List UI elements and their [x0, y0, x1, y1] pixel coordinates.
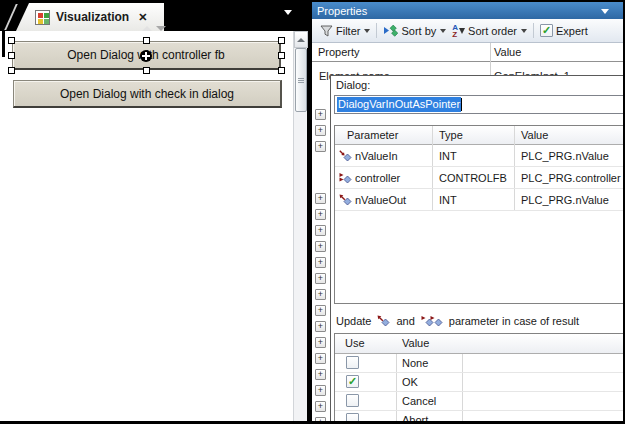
and-text: and	[396, 315, 414, 327]
sort-order-button[interactable]: AZ Sort order	[449, 22, 530, 40]
panel-menu-dropdown-icon[interactable]	[601, 9, 609, 14]
checkbox-icon[interactable]	[346, 413, 359, 421]
codesys-screenshot: Visualization ✕ Open Dialog with control…	[0, 0, 625, 424]
checkbox-icon[interactable]	[346, 394, 359, 407]
result-label: Abort	[402, 414, 428, 421]
param-out-icon	[377, 315, 390, 328]
properties-panel: Properties Filter Sort by	[312, 2, 623, 421]
close-icon[interactable]: ✕	[138, 11, 147, 24]
expander-plus-icon[interactable]: +	[315, 321, 326, 332]
expander-plus-icon[interactable]: +	[315, 337, 326, 348]
expert-checkbox[interactable]: ✓ Expert	[537, 22, 591, 39]
expander-plus-icon[interactable]: +	[315, 289, 326, 300]
expander-plus-icon[interactable]: +	[315, 353, 326, 364]
chevron-down-icon	[440, 29, 446, 33]
parameter-table: Parameter Type Value nValueIn INT PLC_PR…	[334, 125, 623, 304]
chevron-down-icon	[364, 29, 370, 33]
expander-plus-icon[interactable]: +	[315, 417, 326, 421]
param-name: nValueIn	[355, 150, 398, 162]
dialog-label: Dialog:	[336, 79, 370, 91]
param-type: INT	[439, 150, 457, 162]
open-dialog-check-button[interactable]: Open Dialog with check in dialog	[13, 80, 282, 108]
expander-plus-icon[interactable]: +	[315, 305, 326, 316]
result-row-cancel[interactable]: Cancel	[335, 392, 623, 411]
property-column-header[interactable]: Property	[318, 46, 360, 58]
selection-handle[interactable]	[8, 37, 15, 44]
input-configuration-dialog: Dialog: DialogVarInOutAsPointer Paramete…	[330, 75, 623, 421]
value-header: Value	[402, 337, 429, 349]
canvas-vertical-scrollbar[interactable]	[293, 31, 307, 421]
sort-by-button[interactable]: Sort by	[380, 23, 449, 39]
result-label: Cancel	[402, 395, 436, 407]
checkbox-icon[interactable]: ✓	[540, 24, 553, 37]
param-type: CONTROLFB	[439, 172, 507, 184]
value-column-header[interactable]: Value	[494, 46, 521, 58]
result-label: OK	[402, 376, 418, 388]
expander-plus-icon[interactable]: +	[315, 225, 326, 236]
result-row-abort[interactable]: Abort	[335, 411, 623, 421]
button-label: Open Dialog with check in dialog	[60, 87, 234, 101]
result-table: Use Value None ✓ OK Cancel Abort	[334, 333, 623, 421]
param-in-icon	[339, 150, 352, 163]
tab-label: Visualization	[56, 10, 129, 24]
expander-plus-icon[interactable]: +	[315, 193, 326, 204]
checkbox-icon[interactable]: ✓	[346, 375, 359, 388]
sort-by-icon	[383, 25, 398, 37]
result-row-none[interactable]: None	[335, 354, 623, 373]
expander-plus-icon[interactable]: +	[315, 125, 326, 136]
text-caret	[461, 98, 462, 111]
check-mark-icon: ✓	[542, 25, 551, 36]
properties-toolbar: Filter Sort by AZ Sort order	[312, 19, 623, 43]
selection-handle[interactable]	[278, 52, 285, 59]
param-out-icon	[339, 194, 352, 207]
checkbox-icon[interactable]	[346, 356, 359, 369]
filter-button[interactable]: Filter	[317, 23, 373, 39]
parameter-row[interactable]: nValueIn INT PLC_PRG.nValue	[335, 145, 623, 167]
param-name: controller	[355, 172, 400, 184]
selection-handle[interactable]	[278, 67, 285, 74]
property-grid-header: Property Value	[312, 43, 623, 62]
parameter-row[interactable]: nValueOut INT PLC_PRG.nValue	[335, 189, 623, 211]
expander-plus-icon[interactable]: +	[315, 257, 326, 268]
param-type: INT	[439, 194, 457, 206]
expander-plus-icon[interactable]: +	[315, 209, 326, 220]
param-inout-double-icon	[421, 315, 443, 328]
expander-plus-icon[interactable]: +	[315, 141, 326, 152]
parameter-row[interactable]: controller CONTROLFB PLC_PRG.controller	[335, 167, 623, 189]
dialog-name-input[interactable]: DialogVarInOutAsPointer	[334, 95, 623, 114]
visualization-canvas[interactable]: Open Dialog with controller fb Open Dial…	[0, 31, 293, 421]
tab-overflow-dropdown-icon[interactable]	[284, 10, 292, 15]
toolbar-separator	[533, 23, 534, 38]
expander-plus-icon[interactable]: +	[315, 109, 326, 120]
result-text: parameter in case of result	[449, 315, 579, 327]
use-header: Use	[345, 337, 365, 349]
param-name: nValueOut	[355, 194, 406, 206]
parameter-table-header: Parameter Type Value	[335, 126, 623, 145]
result-label: None	[402, 357, 428, 369]
element-center-anchor-icon[interactable]	[140, 50, 152, 62]
properties-title: Properties	[317, 5, 367, 17]
expander-plus-icon[interactable]: +	[315, 385, 326, 396]
scroll-up-button[interactable]	[294, 31, 308, 48]
arrow-up-icon	[297, 38, 305, 42]
filter-funnel-icon	[320, 25, 333, 37]
edge-tick	[2, 31, 5, 57]
expander-plus-icon[interactable]: +	[315, 241, 326, 252]
scrollbar-thumb[interactable]	[295, 48, 307, 112]
selection-handle[interactable]	[278, 37, 285, 44]
selection-handle[interactable]	[8, 52, 15, 59]
result-table-header: Use Value	[335, 334, 623, 354]
selection-handle[interactable]	[8, 67, 15, 74]
toolbar-separator	[376, 23, 377, 38]
result-row-ok[interactable]: ✓ OK	[335, 373, 623, 392]
param-value: PLC_PRG.controller	[521, 172, 621, 184]
selection-handle[interactable]	[143, 37, 150, 44]
update-parameter-hint: Update and parameter in case of result	[336, 313, 579, 329]
expander-plus-icon[interactable]: +	[315, 273, 326, 284]
filter-label: Filter	[336, 25, 360, 37]
expander-plus-icon[interactable]: +	[315, 401, 326, 412]
update-text: Update	[336, 315, 371, 327]
type-header: Type	[439, 129, 463, 141]
selection-handle[interactable]	[143, 67, 150, 74]
expander-plus-icon[interactable]: +	[315, 369, 326, 380]
